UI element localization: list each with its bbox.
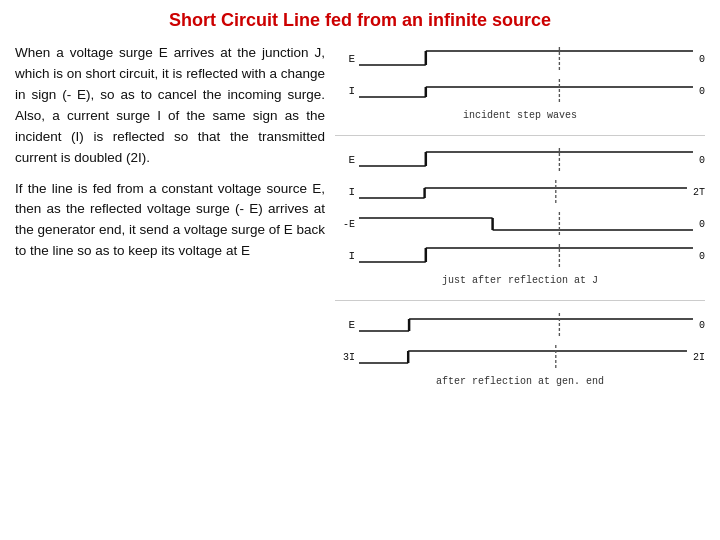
wave-label-e3: E bbox=[335, 319, 355, 331]
page-title: Short Circuit Line fed from an infinite … bbox=[15, 10, 705, 31]
wave-2T bbox=[359, 178, 687, 206]
waveform-row-i-ref: I 0 bbox=[335, 242, 705, 270]
wave-e3 bbox=[359, 311, 693, 339]
section3: E 0 3I bbox=[335, 311, 705, 391]
waveform-row-e1: E 0 bbox=[335, 45, 705, 73]
wave-label-iref: I bbox=[335, 250, 355, 262]
section1: E 0 I bbox=[335, 45, 705, 125]
paragraph1: When a voltage surge E arrives at the ju… bbox=[15, 43, 325, 169]
waveform-row-3i: 3I 2I bbox=[335, 343, 705, 371]
wave-e1 bbox=[359, 45, 693, 73]
wave-e2 bbox=[359, 146, 693, 174]
zero-iref: 0 bbox=[699, 251, 705, 262]
section3-label: after reflection at gen. end bbox=[335, 376, 705, 387]
section1-label: incident step waves bbox=[335, 110, 705, 121]
zero-i1: 0 bbox=[699, 86, 705, 97]
divider2 bbox=[335, 300, 705, 301]
divider1 bbox=[335, 135, 705, 136]
waveform-row-i1: I 0 bbox=[335, 77, 705, 105]
wave-3i bbox=[359, 343, 687, 371]
zero-e3: 0 bbox=[699, 320, 705, 331]
wave-label-nege: -E bbox=[335, 219, 355, 230]
diagram-column: E 0 I bbox=[335, 43, 705, 530]
paragraph2: If the line is fed from a constant volta… bbox=[15, 179, 325, 263]
section2-label: just after reflection at J bbox=[335, 275, 705, 286]
zero-nege: 0 bbox=[699, 219, 705, 230]
zero-2T: 2T bbox=[693, 187, 705, 198]
wave-label-e1: E bbox=[335, 53, 355, 65]
waveform-row-e3: E 0 bbox=[335, 311, 705, 339]
zero-e1: 0 bbox=[699, 54, 705, 65]
wave-label-i1: I bbox=[335, 85, 355, 97]
wave-iref bbox=[359, 242, 693, 270]
wave-label-e2: E bbox=[335, 154, 355, 166]
section2: E 0 I bbox=[335, 146, 705, 290]
zero-e2: 0 bbox=[699, 155, 705, 166]
text-column: When a voltage surge E arrives at the ju… bbox=[15, 43, 325, 530]
waveform-row-e2: E 0 bbox=[335, 146, 705, 174]
waveform-row-2T: I 2T bbox=[335, 178, 705, 206]
waveform-row-neg-e: -E 0 bbox=[335, 210, 705, 238]
zero-3i: 2I bbox=[693, 352, 705, 363]
wave-label-i2T: I bbox=[335, 186, 355, 198]
wave-label-3i: 3I bbox=[335, 352, 355, 363]
wave-nege bbox=[359, 210, 693, 238]
wave-i1 bbox=[359, 77, 693, 105]
